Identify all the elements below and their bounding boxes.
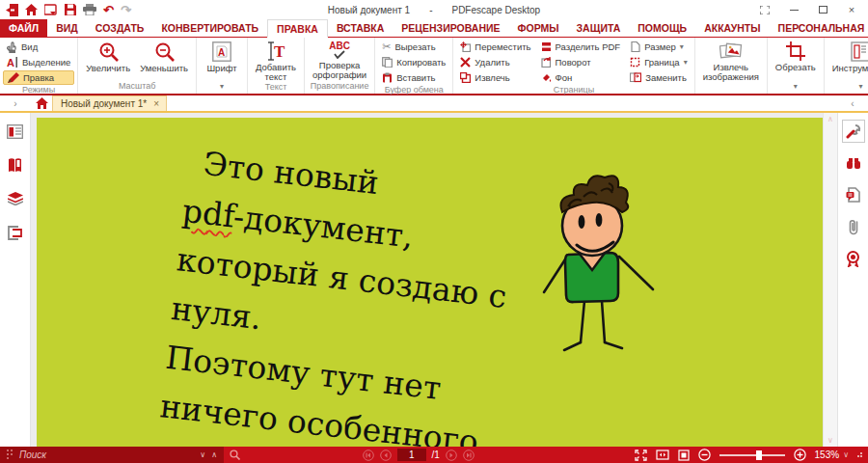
delete-page-button[interactable]: Удалить [456,55,534,69]
signatures-panel-icon[interactable] [4,221,27,244]
zoom-out-status-icon[interactable] [698,449,711,461]
paste-button[interactable]: Вставить [378,70,449,85]
add-text-button[interactable]: T Добавить текст [251,40,301,82]
menu-tab-create[interactable]: СОЗДАТЬ [87,19,153,37]
last-page-icon[interactable] [463,449,475,461]
minimize-icon[interactable] [781,2,806,17]
misspelled-word: pdf [180,192,235,235]
tools-dropdown-icon[interactable]: ▾ [858,82,862,91]
spellcheck-button[interactable]: ABC Проверка орфографии [308,40,371,80]
copy-button[interactable]: Копировать [378,55,449,69]
status-bar: Поиск ∨ ∧ 1 /1 [0,447,868,463]
crop-button[interactable]: Обрезать [771,40,821,72]
zoom-dropdown-icon[interactable]: ∨ [843,450,849,459]
scissors-icon: ✂ [382,41,391,53]
menu-tab-review[interactable]: РЕЦЕНЗИРОВАНИЕ [393,19,508,37]
font-dropdown-icon[interactable]: ▾ [220,82,224,91]
right-rail [837,113,868,447]
search-prev-icon[interactable]: ∧ [211,450,217,459]
ribbon-group-zoom: Увеличить Уменьшить Масштаб [78,38,197,94]
menu-tab-forms[interactable]: ФОРМЫ [509,19,568,37]
menu-tab-view[interactable]: ВИД [47,19,87,37]
zoom-slider-handle[interactable] [756,450,762,460]
menu-tab-accounts[interactable]: АККАУНТЫ [695,19,769,37]
extract-page-button[interactable]: Извлечь [456,70,534,85]
close-window-icon[interactable]: × [839,2,864,17]
document-tab[interactable]: Новый документ 1* × [52,95,167,111]
window-title-sep: - [420,5,442,15]
vertical-scrollbar[interactable]: ∧ ∨ [823,113,837,447]
zoom-level[interactable]: 153% ∨ [815,449,849,460]
move-page-button[interactable]: Переместить [456,40,534,54]
menu-tab-insert[interactable]: ВСТАВКА [328,19,393,37]
split-pdf-button[interactable]: Разделить PDF [537,40,625,54]
svg-text:T: T [274,42,285,61]
delete-x-icon [460,57,471,68]
fit-page-icon[interactable] [678,449,690,461]
ribbon-group-crop: Обрезать ▾ [768,38,825,94]
document-tab-title: Новый документ 1* [61,98,147,109]
menu-tab-help[interactable]: ПОМОЩЬ [629,19,695,37]
zoom-in-status-icon[interactable] [794,449,806,461]
scroll-down-icon[interactable]: ∨ [827,436,833,445]
home-tab-icon[interactable] [31,97,52,109]
comments-panel-icon[interactable] [842,183,865,206]
pdf-page[interactable]: Это новый pdf-документ, который я создаю… [37,118,823,447]
next-page-icon[interactable] [446,449,457,461]
zoom-slider[interactable] [719,454,785,456]
digital-signature-panel-icon[interactable] [842,247,865,270]
resize-grip[interactable] [857,452,864,457]
document-tab-close-icon[interactable]: × [153,98,159,109]
select-mode-button[interactable]: A Выделение [3,55,74,69]
search-input[interactable]: Поиск [19,449,194,460]
right-panel-collapse-icon[interactable]: ‹ [837,98,868,109]
rotate-page-button[interactable]: Поворот [537,55,625,69]
fit-width-icon[interactable] [656,449,669,460]
page-size-icon [630,41,640,52]
menu-tab-protect[interactable]: ЗАЩИТА [568,19,630,37]
tools-icon [851,41,868,62]
cut-button[interactable]: ✂ Вырезать [378,40,449,54]
font-button[interactable]: A Шрифт [200,40,244,73]
previous-page-icon[interactable] [380,449,392,461]
replace-page-button[interactable]: Заменить [626,70,691,85]
extract-images-button[interactable]: Извлечь изображения [698,40,764,82]
zoom-in-button[interactable]: Увеличить [81,40,135,73]
menu-tab-personal[interactable]: ПЕРСОНАЛЬНАЯ [770,19,868,37]
attachments-panel-icon[interactable] [842,215,865,238]
maximize-icon[interactable] [810,2,835,17]
fullscreen-view-icon[interactable] [635,449,647,461]
page-total: /1 [432,449,440,460]
edit-mode-button[interactable]: Правка [3,70,74,85]
search-icon[interactable] [230,449,240,460]
menu-tab-edit[interactable]: ПРАВКА [267,19,328,38]
search-next-icon[interactable]: ∨ [200,450,205,459]
fullscreen-icon[interactable] [752,2,777,17]
page-size-button[interactable]: Размер ▾ [626,40,691,54]
search-panel-icon[interactable] [842,151,865,175]
background-button[interactable]: Фон [537,70,625,85]
current-page-input[interactable]: 1 [397,449,426,461]
tools-panel-icon[interactable] [842,120,865,143]
crop-icon [786,41,805,61]
crop-dropdown-icon[interactable]: ▾ [794,82,798,91]
images-icon [719,41,743,61]
ribbon-group-images: Извлечь изображения [695,38,768,94]
layers-panel-icon[interactable] [4,187,27,210]
bookmarks-panel-icon[interactable] [4,153,27,177]
move-icon [460,41,471,52]
scroll-up-icon[interactable]: ∧ [827,115,833,123]
page-border-button[interactable]: Граница ▾ [626,55,691,69]
menu-tab-convert[interactable]: КОНВЕРТИРОВАТЬ [152,19,267,37]
menu-tab-file[interactable]: ФАЙЛ [0,19,47,37]
first-page-icon[interactable] [363,449,374,461]
search-box[interactable]: Поиск ∨ ∧ [0,447,224,463]
tools-button[interactable]: Инструменты [827,40,868,73]
thumbnails-panel-icon[interactable] [4,120,27,143]
copy-icon [382,57,393,68]
window-title: Новый документ 1-PDFescape Desktop [0,5,868,15]
window-title-doc: Новый документ 1 [318,5,420,15]
left-panel-expand-icon[interactable]: › [0,98,31,109]
zoom-out-button[interactable]: Уменьшить [135,40,193,73]
view-mode-button[interactable]: Вид [3,40,74,54]
